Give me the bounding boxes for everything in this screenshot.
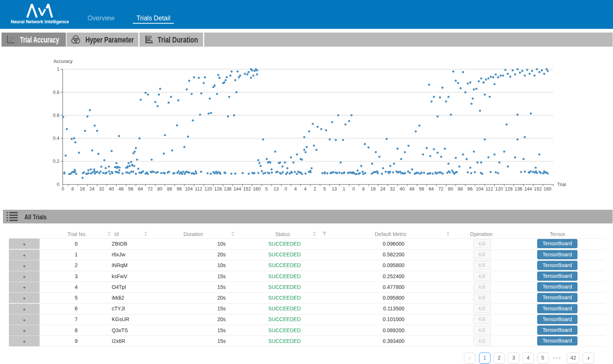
svg-text:0: 0: [57, 182, 60, 187]
svg-text:56: 56: [128, 186, 133, 192]
svg-text:0: 0: [353, 186, 355, 192]
svg-text:5: 5: [323, 186, 326, 192]
svg-text:96: 96: [467, 186, 472, 192]
svg-text:2: 2: [314, 186, 316, 192]
svg-text:88: 88: [458, 186, 463, 192]
svg-text:136: 136: [515, 186, 522, 192]
svg-text:0.8: 0.8: [53, 90, 59, 95]
svg-text:80: 80: [448, 186, 453, 192]
svg-text:72: 72: [148, 186, 153, 192]
svg-text:40: 40: [400, 186, 405, 192]
svg-text:152: 152: [534, 186, 542, 192]
svg-text:64: 64: [138, 186, 143, 192]
svg-text:160: 160: [253, 186, 261, 192]
svg-text:128: 128: [214, 186, 222, 192]
svg-text:Accuracy: Accuracy: [54, 59, 73, 64]
svg-text:1: 1: [343, 186, 345, 192]
svg-text:1: 1: [57, 67, 60, 72]
svg-text:56: 56: [419, 186, 424, 192]
svg-text:32: 32: [390, 186, 395, 192]
svg-text:13: 13: [273, 186, 279, 192]
svg-text:4: 4: [294, 186, 297, 192]
svg-text:0.4: 0.4: [53, 136, 59, 141]
svg-text:104: 104: [476, 186, 484, 192]
svg-text:64: 64: [429, 186, 434, 192]
svg-text:4: 4: [304, 186, 307, 192]
svg-text:128: 128: [505, 186, 513, 192]
svg-text:120: 120: [495, 186, 503, 192]
svg-text:8: 8: [362, 186, 365, 192]
svg-text:24: 24: [380, 186, 385, 192]
svg-text:Trial: Trial: [557, 182, 566, 187]
svg-text:16: 16: [370, 186, 375, 192]
svg-text:5: 5: [265, 186, 268, 192]
svg-text:120: 120: [205, 186, 212, 192]
svg-text:104: 104: [185, 186, 193, 192]
svg-text:32: 32: [99, 186, 104, 192]
svg-text:0: 0: [62, 186, 64, 192]
svg-text:40: 40: [109, 186, 114, 192]
svg-text:0.2: 0.2: [53, 159, 59, 164]
svg-text:16: 16: [80, 186, 85, 192]
svg-text:48: 48: [409, 186, 414, 192]
svg-text:144: 144: [524, 186, 532, 192]
svg-text:112: 112: [195, 186, 202, 192]
svg-text:160: 160: [544, 186, 552, 192]
svg-text:8: 8: [71, 186, 74, 192]
svg-text:88: 88: [167, 186, 172, 192]
svg-text:13: 13: [332, 186, 337, 192]
svg-text:96: 96: [176, 186, 182, 192]
svg-text:144: 144: [233, 186, 241, 192]
svg-text:80: 80: [157, 186, 162, 192]
svg-text:24: 24: [90, 186, 95, 192]
svg-text:48: 48: [118, 186, 124, 192]
svg-text:0: 0: [284, 186, 287, 192]
svg-text:152: 152: [243, 186, 251, 192]
svg-text:72: 72: [438, 186, 444, 192]
svg-text:136: 136: [224, 186, 232, 192]
svg-text:112: 112: [486, 186, 493, 192]
svg-text:0.6: 0.6: [53, 113, 59, 118]
